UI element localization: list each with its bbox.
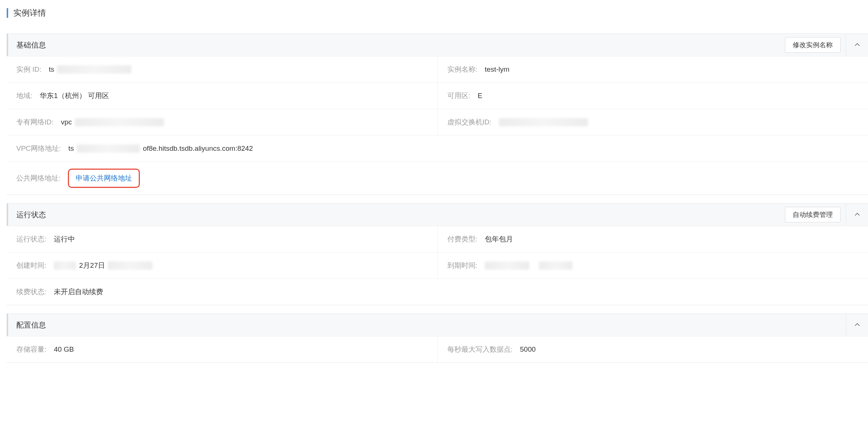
label-pay-type: 付费类型: bbox=[447, 234, 477, 244]
redacted-block bbox=[485, 261, 529, 270]
highlight-apply-public-address: 申请公共网络地址 bbox=[68, 169, 140, 188]
redacted-block bbox=[75, 118, 164, 126]
label-instance-id: 实例 ID: bbox=[16, 65, 42, 74]
value-zone: E bbox=[478, 92, 483, 100]
field-pay-type: 付费类型: 包年包月 bbox=[438, 226, 868, 252]
value-create-time: 2月27日 bbox=[54, 261, 152, 270]
field-vpc-address: VPC网络地址: tsof8e.hitsdb.tsdb.aliyuncs.com… bbox=[7, 136, 868, 162]
value-instance-name: test-lym bbox=[485, 65, 510, 74]
value-vpc-address: tsof8e.hitsdb.tsdb.aliyuncs.com:8242 bbox=[68, 144, 253, 153]
page-title: 实例详情 bbox=[13, 7, 46, 19]
chevron-up-icon bbox=[854, 211, 861, 218]
apply-public-address-link[interactable]: 申请公共网络地址 bbox=[76, 174, 132, 182]
collapse-toggle-basic[interactable] bbox=[846, 34, 868, 56]
field-create-time: 创建时间: 2月27日 bbox=[7, 253, 438, 279]
label-create-time: 创建时间: bbox=[16, 261, 46, 270]
field-run-status: 运行状态: 运行中 bbox=[7, 226, 438, 252]
field-instance-id: 实例 ID: ts bbox=[7, 56, 438, 82]
page-title-block: 实例详情 bbox=[7, 7, 868, 19]
panel-config-info: 配置信息 存储容量: 40 GB 每秒最大写入数据点: 5000 bbox=[7, 313, 868, 363]
field-renew-status: 续费状态: 未开启自动续费 bbox=[7, 279, 868, 305]
redacted-block bbox=[499, 118, 588, 126]
label-instance-name: 实例名称: bbox=[447, 65, 477, 74]
field-public-address: 公共网络地址: 申请公共网络地址 bbox=[7, 162, 868, 195]
field-vpc-id: 专有网络ID: vpc bbox=[7, 109, 438, 135]
collapse-toggle-config[interactable] bbox=[846, 314, 868, 336]
field-instance-name: 实例名称: test-lym bbox=[438, 56, 868, 82]
redacted-block bbox=[108, 261, 152, 270]
label-expire-time: 到期时间: bbox=[447, 261, 477, 270]
title-accent-bar bbox=[7, 8, 8, 18]
redacted-block bbox=[77, 144, 140, 153]
collapse-toggle-status[interactable] bbox=[846, 204, 868, 226]
panel-run-status: 运行状态 自动续费管理 运行状态: 运行中 付费类型: 包年包月 创建时间: 2… bbox=[7, 203, 868, 305]
value-storage: 40 GB bbox=[54, 345, 74, 354]
value-pay-type: 包年包月 bbox=[485, 234, 513, 244]
value-vpc-id: vpc bbox=[61, 118, 164, 126]
field-zone: 可用区: E bbox=[438, 83, 868, 109]
field-expire-time: 到期时间: bbox=[438, 253, 868, 279]
redacted-block bbox=[57, 65, 131, 74]
label-renew-status: 续费状态: bbox=[16, 287, 46, 297]
label-storage: 存储容量: bbox=[16, 345, 46, 354]
label-region: 地域: bbox=[16, 91, 32, 101]
value-region: 华东1（杭州） 可用区 bbox=[40, 91, 109, 101]
value-run-status: 运行中 bbox=[54, 234, 75, 244]
panel-title-basic: 基础信息 bbox=[16, 40, 785, 50]
value-vswitch-id bbox=[499, 118, 588, 126]
redacted-block bbox=[54, 261, 76, 270]
label-max-write: 每秒最大写入数据点: bbox=[447, 345, 513, 354]
value-expire-time bbox=[485, 261, 573, 270]
rename-instance-button[interactable]: 修改实例名称 bbox=[785, 37, 841, 53]
panel-basic-info: 基础信息 修改实例名称 实例 ID: ts 实例名称: test-lym 地域:… bbox=[7, 33, 868, 195]
value-instance-id: ts bbox=[49, 65, 132, 74]
label-run-status: 运行状态: bbox=[16, 234, 46, 244]
field-max-write: 每秒最大写入数据点: 5000 bbox=[438, 336, 868, 362]
chevron-up-icon bbox=[854, 42, 861, 48]
field-vswitch-id: 虚拟交换机ID: bbox=[438, 109, 868, 135]
panel-header-status: 运行状态 自动续费管理 bbox=[7, 204, 868, 226]
label-zone: 可用区: bbox=[447, 91, 470, 101]
panel-header-config: 配置信息 bbox=[7, 314, 868, 336]
auto-renew-manage-button[interactable]: 自动续费管理 bbox=[785, 207, 841, 222]
value-max-write: 5000 bbox=[520, 345, 536, 354]
chevron-up-icon bbox=[854, 322, 861, 328]
field-storage: 存储容量: 40 GB bbox=[7, 336, 438, 362]
panel-header-basic: 基础信息 修改实例名称 bbox=[7, 34, 868, 56]
field-region: 地域: 华东1（杭州） 可用区 bbox=[7, 83, 438, 109]
panel-title-status: 运行状态 bbox=[16, 210, 785, 220]
label-vswitch-id: 虚拟交换机ID: bbox=[447, 117, 491, 127]
panel-title-config: 配置信息 bbox=[16, 320, 846, 330]
label-public-address: 公共网络地址: bbox=[16, 173, 60, 183]
label-vpc-address: VPC网络地址: bbox=[16, 144, 61, 153]
value-renew-status: 未开启自动续费 bbox=[54, 287, 103, 297]
label-vpc-id: 专有网络ID: bbox=[16, 117, 53, 127]
redacted-block bbox=[539, 261, 572, 270]
